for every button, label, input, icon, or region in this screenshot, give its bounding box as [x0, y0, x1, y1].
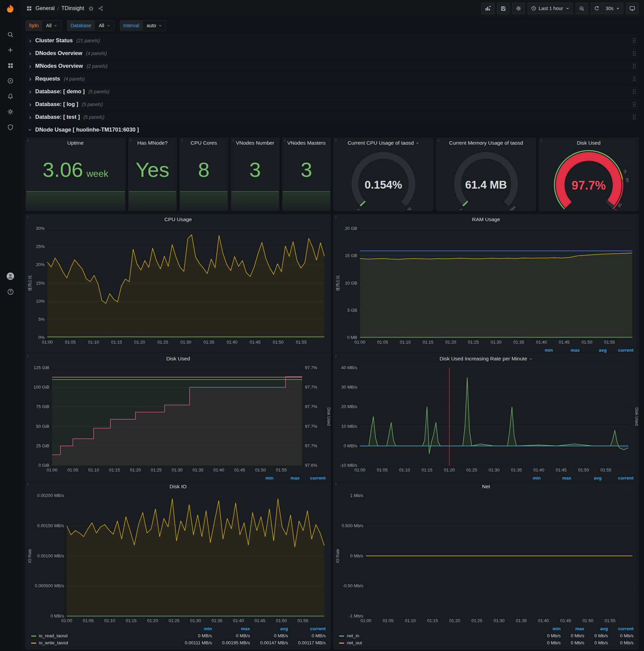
- dashboard-row-mnodes-overview[interactable]: › MNodes Overview (2 panels): [26, 60, 639, 72]
- legend-column-header[interactable]: avg: [590, 347, 606, 354]
- svg-text:10 MB/s: 10 MB/s: [341, 424, 357, 429]
- ram-usage-chart[interactable]: 0 MB5 GB10 GB15 GB20 GB01:0001:0501:1001…: [334, 224, 638, 346]
- disk-rate-chart[interactable]: -10 MB/s0 MB/s10 MB/s20 MB/s30 MB/s40 MB…: [334, 364, 638, 474]
- panel-info-icon[interactable]: i: [437, 138, 440, 143]
- refresh-button[interactable]: [591, 3, 603, 14]
- star-dashboard-button[interactable]: [88, 6, 94, 11]
- legend-column-header[interactable]: current: [617, 347, 634, 354]
- panel-title[interactable]: RAM Usage: [334, 214, 638, 224]
- legend-series-name[interactable]: net_in: [347, 632, 359, 639]
- panel-info-icon[interactable]: i: [27, 482, 30, 486]
- panel-title[interactable]: Disk Used: [539, 138, 638, 148]
- disk-io-chart[interactable]: 0 MB/s0.000500 MB/s0.00100 MB/s0.00150 M…: [26, 492, 330, 625]
- dashboard-row-dnodes-overview[interactable]: › DNodes Overview (4 panels): [26, 47, 639, 59]
- panel-title[interactable]: VNodes Masters: [282, 138, 330, 148]
- breadcrumb-folder[interactable]: General: [36, 5, 55, 11]
- cycle-view-mode-button[interactable]: [626, 3, 639, 14]
- breadcrumb-dashboard-title[interactable]: TDinsight: [61, 5, 84, 11]
- net-chart[interactable]: -1 Mb/s-0.50 Mb/s0 Mb/s0.500 Mb/s1 Mb/s0…: [334, 492, 638, 625]
- configuration-button[interactable]: [0, 104, 21, 120]
- legend-column-header[interactable]: min: [258, 475, 274, 482]
- refresh-interval-dropdown[interactable]: 30s: [603, 3, 623, 14]
- panel-info-icon[interactable]: i: [540, 138, 543, 143]
- server-admin-button[interactable]: [0, 120, 21, 135]
- panel-info-icon[interactable]: i: [283, 138, 286, 143]
- dashboard-row-cluster-status[interactable]: › Cluster Status (21 panels): [26, 34, 639, 46]
- panel-title[interactable]: Has MNode?: [128, 138, 176, 148]
- legend-column-header[interactable]: avg: [260, 625, 288, 632]
- user-avatar-button[interactable]: [0, 269, 21, 284]
- legend-column-header[interactable]: min: [185, 625, 212, 632]
- panel-title[interactable]: Uptime: [26, 138, 125, 148]
- panel-title[interactable]: Disk Used: [26, 354, 330, 364]
- add-panel-button[interactable]: [481, 3, 494, 14]
- explore-button[interactable]: [0, 73, 21, 89]
- panel-info-icon[interactable]: i: [334, 482, 337, 486]
- panel-info-icon[interactable]: i: [129, 138, 132, 143]
- variable-value-dropdown[interactable]: All: [95, 20, 114, 31]
- legend-column-header[interactable]: max: [563, 347, 580, 354]
- row-drag-handle[interactable]: [633, 76, 636, 82]
- panel-title[interactable]: Current CPU Usage of taosd: [334, 138, 433, 148]
- legend-series-name[interactable]: net_out: [347, 640, 362, 646]
- dashboard-row-database-test[interactable]: › Database: [ test ] (5 panels): [26, 111, 639, 123]
- legend-column-header[interactable]: max: [222, 625, 250, 632]
- row-drag-handle[interactable]: [633, 115, 636, 120]
- panel-title[interactable]: CPU Usage: [26, 214, 330, 224]
- alerting-button[interactable]: [0, 89, 21, 104]
- legend-column-header[interactable]: min: [536, 347, 553, 354]
- panel-menu-caret-icon[interactable]: [529, 357, 533, 361]
- panel-info-icon[interactable]: i: [334, 138, 337, 143]
- create-button[interactable]: [0, 42, 21, 58]
- dashboard-row-database-demo[interactable]: › Database: [ demo ] (5 panels): [26, 85, 639, 98]
- panel-info-icon[interactable]: i: [27, 214, 30, 219]
- panel-title[interactable]: Net: [334, 482, 638, 492]
- panel-info-icon[interactable]: i: [232, 138, 235, 143]
- panel-menu-caret-icon[interactable]: [416, 141, 419, 145]
- search-button[interactable]: [0, 27, 21, 42]
- disk-used-chart[interactable]: 0 GiB25 GiB50 GiB75 GiB100 GiB125 GiB97.…: [26, 364, 330, 474]
- help-button[interactable]: [0, 284, 21, 299]
- panel-info-icon[interactable]: i: [181, 138, 184, 143]
- dashboards-button[interactable]: [0, 58, 21, 73]
- row-drag-handle[interactable]: [633, 63, 636, 69]
- legend-column-header[interactable]: max: [283, 475, 299, 482]
- panel-title[interactable]: Disk Used Increasing Rate per Minute: [334, 354, 638, 364]
- legend-column-header[interactable]: current: [618, 625, 634, 632]
- row-drag-handle[interactable]: [633, 102, 636, 107]
- panel-title[interactable]: Current Memory Usage of taosd: [437, 138, 536, 148]
- legend-series-name[interactable]: io_read_taosd: [39, 632, 68, 639]
- legend-column-header[interactable]: current: [612, 475, 634, 482]
- grafana-logo[interactable]: [0, 0, 21, 18]
- legend-column-header[interactable]: min: [547, 625, 561, 632]
- legend-column-header[interactable]: avg: [581, 475, 602, 482]
- row-drag-handle[interactable]: [633, 89, 636, 94]
- panel-info-icon[interactable]: i: [27, 354, 30, 359]
- legend-series-name[interactable]: io_write_taosd: [39, 640, 68, 646]
- dashboard-settings-button[interactable]: [512, 3, 525, 14]
- legend-column-header[interactable]: max: [571, 625, 584, 632]
- time-range-picker[interactable]: Last 1 hour: [527, 3, 573, 14]
- share-dashboard-button[interactable]: [98, 6, 103, 11]
- panel-info-icon[interactable]: i: [334, 214, 337, 219]
- row-drag-handle[interactable]: [633, 51, 636, 56]
- legend-column-header[interactable]: current: [310, 475, 326, 482]
- legend-column-header[interactable]: current: [298, 625, 326, 632]
- legend-column-header[interactable]: max: [551, 475, 571, 482]
- row-drag-handle[interactable]: [633, 38, 636, 43]
- dashboard-row-dnode-usage[interactable]: › DNode Usage [ huolinhe-TM1701:6030 ]: [26, 123, 639, 136]
- panel-title[interactable]: VNodes Number: [231, 138, 279, 148]
- panel-info-icon[interactable]: i: [27, 138, 30, 143]
- legend-column-header[interactable]: min: [521, 475, 541, 482]
- panel-info-icon[interactable]: i: [334, 354, 337, 359]
- zoom-out-button[interactable]: [576, 3, 588, 14]
- variable-value-dropdown[interactable]: auto: [143, 20, 166, 31]
- save-dashboard-button[interactable]: [497, 3, 510, 14]
- dashboard-row-database-log[interactable]: › Database: [ log ] (5 panels): [26, 98, 639, 111]
- panel-title[interactable]: CPU Cores: [180, 138, 228, 148]
- legend-column-header[interactable]: avg: [594, 625, 608, 632]
- dashboard-row-requests[interactable]: › Requests (4 panels): [26, 72, 639, 85]
- panel-title[interactable]: Disk IO: [26, 482, 330, 492]
- variable-value-dropdown[interactable]: All: [42, 20, 61, 31]
- cpu-usage-chart[interactable]: 0%5%10%15%20%25%30%01:0001:0501:1001:150…: [26, 224, 330, 353]
